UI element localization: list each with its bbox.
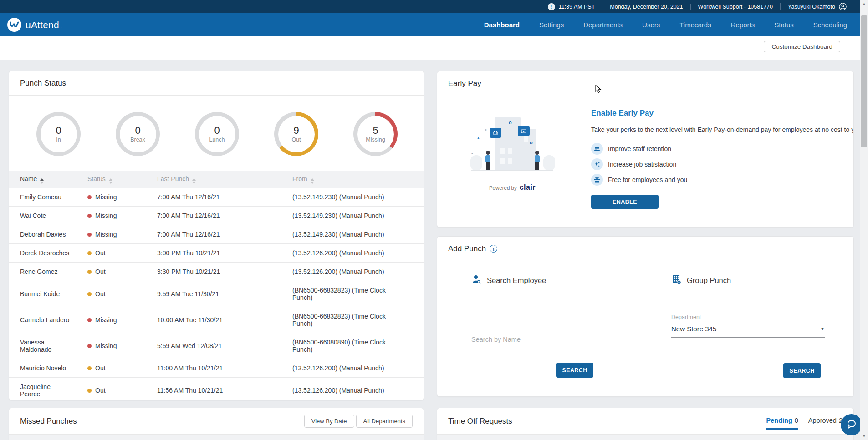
sort-icon[interactable] — [311, 178, 314, 184]
status-dot-icon — [87, 233, 92, 237]
all-departments-button[interactable]: All Departments — [356, 415, 413, 428]
customize-dashboard-button[interactable]: Customize Dashboard — [764, 41, 840, 52]
department-value: New Store 345 — [671, 325, 716, 333]
bank-chat-bubble-icon — [490, 128, 501, 138]
nav-item-timecards[interactable]: Timecards — [679, 21, 711, 29]
early-pay-bullet: Improve staff retention — [591, 143, 854, 155]
chat-bubble-button[interactable] — [841, 414, 862, 435]
employee-name: Deborah Davies — [9, 225, 87, 244]
punch-source: (13.52.126.200) (Manual Punch) — [292, 244, 424, 263]
punch-status-title: Punch Status — [20, 79, 66, 88]
punch-circle-count: 0 — [56, 125, 61, 136]
tab-pending[interactable]: Pending0 — [766, 417, 798, 430]
employee-name: Carmelo Landero — [9, 307, 87, 333]
punch-table-container: NameStatusLast PunchFrom Emily ComeauMis… — [9, 171, 424, 400]
employee-status: Out — [87, 359, 157, 378]
punch-source: (BN6500-66080890) (Time Clock Punch) — [292, 333, 424, 359]
nav-item-status[interactable]: Status — [774, 21, 794, 29]
support-id[interactable]: Workwell Support - 10581770 — [698, 4, 773, 10]
column-header-from[interactable]: From — [292, 171, 424, 188]
column-header-last-punch[interactable]: Last Punch — [157, 171, 292, 188]
column-header-name[interactable]: Name — [9, 171, 87, 188]
status-dot-icon — [87, 366, 92, 370]
scrollbar-down-arrow[interactable]: ▼ — [860, 432, 868, 440]
nav-item-users[interactable]: Users — [642, 21, 660, 29]
sort-icon[interactable] — [109, 178, 112, 184]
brand[interactable]: uAttend . — [0, 18, 62, 32]
status-dot-icon — [87, 344, 92, 348]
search-employee-button[interactable]: SEARCH — [556, 363, 593, 378]
group-punch-search-button[interactable]: SEARCH — [783, 363, 821, 378]
early-pay-illustration: + • o + o • — [467, 109, 558, 177]
powered-by-label: Powered by — [489, 185, 517, 191]
enable-button[interactable]: ENABLE — [591, 195, 659, 209]
table-row[interactable]: Maurício NoveloOut11:00 AM Thu 10/21/21(… — [9, 359, 424, 378]
tab-approved[interactable]: Approved2 — [808, 417, 842, 430]
status-dot-icon — [87, 214, 92, 218]
nav-item-dashboard[interactable]: Dashboard — [484, 21, 520, 29]
sort-icon[interactable] — [40, 178, 44, 184]
nav-item-scheduling[interactable]: Scheduling — [813, 21, 847, 29]
tab-count: 0 — [795, 417, 798, 424]
view-by-date-button[interactable]: View By Date — [304, 415, 354, 428]
clair-brand: clair — [520, 183, 536, 192]
employee-status: Missing — [87, 307, 157, 333]
table-row[interactable]: Bunmei KoideOut9:59 AM Tue 11/30/21(BN65… — [9, 281, 424, 307]
date-segment: Monday, December 20, 2021 — [602, 4, 690, 10]
early-pay-bullets: Improve staff retentionIncrease job sati… — [591, 143, 854, 186]
bullet-label: Increase job satisfaction — [608, 161, 676, 168]
chat-icon — [847, 419, 857, 431]
table-row[interactable]: Derek DesrochesOut3:00 PM Thu 10/21/21(1… — [9, 244, 424, 263]
department-select[interactable]: New Store 345 ▼ — [671, 325, 825, 338]
nav-item-departments[interactable]: Departments — [583, 21, 623, 29]
employee-status: Missing — [87, 333, 157, 359]
gift-icon — [591, 174, 603, 186]
employee-status: Out — [87, 263, 157, 281]
punch-circle-label: Missing — [366, 137, 385, 143]
table-row[interactable]: Deborah DaviesMissing7:00 AM Thu 12/16/2… — [9, 225, 424, 244]
search-employee-heading-row: Search Employee — [471, 274, 546, 287]
punch-circle-lunch: 0Lunch — [195, 112, 239, 156]
punch-source: (13.52.126.200) (Manual Punch) — [292, 378, 424, 400]
alert-segment: ! 11:39 AM PST — [541, 3, 602, 10]
table-row[interactable]: Vanessa MaldonadoMissing5:59 AM Wed 12/0… — [9, 333, 424, 359]
table-row[interactable]: Emily ComeauMissing7:00 AM Thu 12/16/21(… — [9, 188, 424, 207]
employee-name: Wai Cote — [9, 207, 87, 225]
table-row[interactable]: Rene GomezOut3:30 PM Thu 10/21/21(13.52.… — [9, 263, 424, 281]
last-punch-time: 7:00 AM Thu 12/16/21 — [157, 225, 292, 244]
table-row[interactable]: Wai CoteMissing7:00 AM Thu 12/16/21(13.5… — [9, 207, 424, 225]
alert-icon[interactable]: ! — [548, 3, 555, 10]
punch-source: (BN6500-66832823) (Time Clock Punch) — [292, 281, 424, 307]
powered-by: Powered by clair — [489, 183, 536, 192]
department-label: Department — [671, 314, 701, 320]
search-employee-icon — [471, 274, 482, 287]
chevron-down-icon: ▼ — [820, 326, 825, 331]
user-name: Yasuyuki Okamoto — [788, 4, 835, 10]
page-scrollbar[interactable]: ▲ ▼ — [860, 0, 868, 440]
group-punch-section: Group Punch Department New Store 345 ▼ S… — [646, 261, 853, 397]
column-header-status[interactable]: Status — [87, 171, 157, 188]
last-punch-time: 5:59 AM Wed 12/08/21 — [157, 333, 292, 359]
punch-circle-count: 5 — [373, 125, 378, 136]
time-off-title: Time Off Requests — [448, 417, 512, 426]
nav-items: DashboardSettingsDepartmentsUsersTimecar… — [484, 21, 868, 29]
enable-early-pay-heading[interactable]: Enable Early Pay — [591, 109, 854, 118]
nav-item-settings[interactable]: Settings — [539, 21, 564, 29]
user-account-icon[interactable] — [839, 3, 847, 10]
person-figure-left — [484, 151, 491, 171]
table-row[interactable]: Jacqueline PearceOut11:56 AM Thu 10/21/2… — [9, 378, 424, 400]
early-pay-card: Early Pay — [437, 71, 854, 228]
scrollbar-up-arrow[interactable]: ▲ — [860, 0, 868, 8]
scrollbar-thumb[interactable] — [861, 15, 867, 147]
last-punch-time: 11:56 AM Thu 10/21/21 — [157, 378, 292, 400]
group-punch-heading-row: Group Punch — [671, 274, 731, 287]
user-segment[interactable]: Yasuyuki Okamoto — [780, 3, 854, 10]
search-employee-input[interactable] — [471, 334, 623, 347]
sort-icon[interactable] — [192, 178, 196, 184]
table-row[interactable]: Carmelo LanderoMissing10:00 AM Tue 11/30… — [9, 307, 424, 333]
nav-item-reports[interactable]: Reports — [731, 21, 755, 29]
info-icon[interactable]: i — [490, 245, 497, 253]
top-utility-bar: ! 11:39 AM PST Monday, December 20, 2021… — [0, 0, 860, 13]
bullet-label: Improve staff retention — [608, 145, 671, 152]
employee-status: Missing — [87, 188, 157, 207]
